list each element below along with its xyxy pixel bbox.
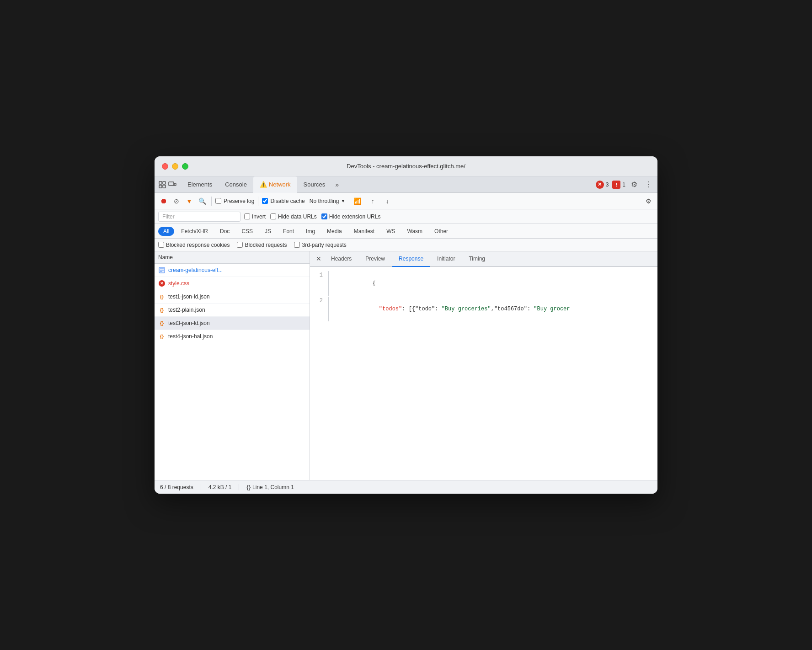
tab-response[interactable]: Response: [392, 251, 430, 267]
upload-icon[interactable]: ↑: [367, 196, 378, 207]
code-area: 1 { 2 "todos": [{"todo": "Buy groceries"…: [310, 267, 657, 480]
warning-badge: ! 1: [612, 181, 625, 189]
close-button[interactable]: [162, 163, 168, 170]
file-item-stylecss[interactable]: ✕ style.css: [155, 277, 310, 290]
type-filter-row: All Fetch/XHR Doc CSS JS Font Img Media …: [155, 224, 657, 239]
disable-cache-label[interactable]: Disable cache: [262, 198, 304, 204]
blocked-cookies-label[interactable]: Blocked response cookies: [158, 242, 230, 248]
error-badge: ✕ 3: [596, 181, 609, 189]
tab-headers[interactable]: Headers: [325, 251, 358, 266]
file-name: cream-gelatinous-eff...: [168, 267, 223, 273]
clear-button[interactable]: ⊘: [171, 196, 182, 207]
separator-2: [258, 197, 258, 206]
chevron-down-icon: ▼: [341, 198, 345, 203]
tab-network[interactable]: ⚠️ Network: [253, 176, 297, 193]
type-btn-other[interactable]: Other: [429, 227, 453, 236]
filter-input[interactable]: [158, 212, 240, 222]
file-list-panel: Name cream-gelatinous-eff... ✕ style: [155, 251, 310, 480]
svg-rect-0: [159, 181, 162, 184]
settings-icon-2[interactable]: ⚙: [643, 196, 654, 207]
filter-icon[interactable]: ▼: [184, 196, 195, 207]
throttle-selector[interactable]: No throttling ▼: [307, 197, 348, 205]
tab-sources[interactable]: Sources: [297, 176, 332, 193]
hide-ext-urls-label[interactable]: Hide extension URLs: [321, 213, 381, 220]
requests-status: 6 / 8 requests: [160, 484, 201, 490]
device-toggle-icon[interactable]: [168, 180, 177, 189]
tab-console[interactable]: Console: [219, 176, 253, 193]
position-status: Line 1, Column 1: [252, 484, 294, 490]
record-button[interactable]: ⏺: [158, 196, 169, 207]
separator-1: [211, 197, 212, 206]
type-btn-font[interactable]: Font: [278, 227, 299, 236]
devtools-window: DevTools - cream-gelatinous-effect.glitc…: [155, 156, 657, 494]
hide-data-urls-checkbox[interactable]: [270, 213, 276, 219]
close-detail-button[interactable]: ✕: [314, 254, 324, 264]
settings-icon[interactable]: ⚙: [629, 179, 639, 190]
more-options-icon[interactable]: ⋮: [643, 179, 654, 190]
preserve-log-checkbox[interactable]: [215, 198, 221, 204]
third-party-checkbox[interactable]: [294, 242, 300, 248]
tab-preview[interactable]: Preview: [359, 251, 391, 266]
type-btn-media[interactable]: Media: [322, 227, 347, 236]
tab-timing[interactable]: Timing: [462, 251, 491, 266]
search-icon[interactable]: 🔍: [197, 196, 208, 207]
file-name: style.css: [168, 280, 189, 287]
minimize-button[interactable]: [172, 163, 178, 170]
file-name: test2-plain.json: [168, 307, 205, 313]
file-item-test4[interactable]: {} test4-json-hal.json: [155, 330, 310, 343]
json-icon: {}: [158, 293, 166, 300]
download-icon[interactable]: ↓: [382, 196, 393, 207]
svg-rect-2: [159, 185, 162, 188]
hide-ext-urls-checkbox[interactable]: [321, 213, 327, 219]
line-content: {: [328, 271, 376, 296]
svg-rect-3: [163, 185, 166, 188]
status-bar: 6 / 8 requests 4.2 kB / 1 {} Line 1, Col…: [155, 480, 657, 494]
traffic-lights: [162, 163, 188, 170]
file-item-test2[interactable]: {} test2-plain.json: [155, 304, 310, 317]
format-icon[interactable]: {}: [246, 484, 251, 490]
error-count: 3: [606, 181, 609, 188]
blocked-cookies-checkbox[interactable]: [158, 242, 164, 248]
devtools-tabs: Elements Console ⚠️ Network Sources » ✕ …: [155, 176, 657, 193]
type-btn-fetch-xhr[interactable]: Fetch/XHR: [176, 227, 213, 236]
type-btn-manifest[interactable]: Manifest: [349, 227, 379, 236]
hide-data-urls-label[interactable]: Hide data URLs: [270, 213, 317, 220]
json-icon: {}: [158, 320, 166, 327]
detail-tabs: ✕ Headers Preview Response Initiator Tim…: [310, 251, 657, 267]
file-item-cream[interactable]: cream-gelatinous-eff...: [155, 264, 310, 277]
error-icon: ✕: [158, 280, 166, 287]
blocked-requests-label[interactable]: Blocked requests: [237, 242, 287, 248]
svg-rect-5: [174, 183, 176, 186]
svg-rect-1: [163, 181, 166, 184]
inspector-icon[interactable]: [158, 180, 167, 189]
line-content: "todos": [{"todo": "Buy groceries","to45…: [328, 297, 570, 321]
maximize-button[interactable]: [182, 163, 188, 170]
third-party-label[interactable]: 3rd-party requests: [294, 242, 346, 248]
title-bar: DevTools - cream-gelatinous-effect.glitc…: [155, 156, 657, 176]
type-btn-doc[interactable]: Doc: [215, 227, 235, 236]
more-tabs-button[interactable]: »: [331, 181, 342, 188]
file-item-test1[interactable]: {} test1-json-ld.json: [155, 290, 310, 304]
tab-initiator[interactable]: Initiator: [431, 251, 461, 266]
line-number: 1: [310, 271, 328, 296]
preserve-log-label[interactable]: Preserve log: [215, 198, 254, 204]
tab-elements[interactable]: Elements: [181, 176, 219, 193]
type-btn-ws[interactable]: WS: [381, 227, 400, 236]
main-area: Name cream-gelatinous-eff... ✕ style: [155, 251, 657, 480]
wifi-icon[interactable]: 📶: [352, 196, 363, 207]
filter-row: Invert Hide data URLs Hide extension URL…: [155, 209, 657, 224]
window-title: DevTools - cream-gelatinous-effect.glitc…: [347, 163, 465, 170]
invert-checkbox[interactable]: [244, 213, 250, 219]
disable-cache-checkbox[interactable]: [262, 198, 268, 204]
type-btn-js[interactable]: JS: [260, 227, 276, 236]
type-btn-all[interactable]: All: [158, 227, 174, 236]
type-btn-img[interactable]: Img: [301, 227, 320, 236]
blocked-requests-checkbox[interactable]: [237, 242, 243, 248]
type-btn-wasm[interactable]: Wasm: [402, 227, 428, 236]
network-toolbar: ⏺ ⊘ ▼ 🔍 Preserve log Disable cache No th…: [155, 193, 657, 209]
toolbar-right: ✕ 3 ! 1 ⚙ ⋮: [596, 179, 654, 190]
file-name: test3-json-ld.json: [168, 320, 210, 326]
file-item-test3[interactable]: {} test3-json-ld.json: [155, 317, 310, 330]
invert-label[interactable]: Invert: [244, 213, 266, 220]
type-btn-css[interactable]: CSS: [236, 227, 258, 236]
